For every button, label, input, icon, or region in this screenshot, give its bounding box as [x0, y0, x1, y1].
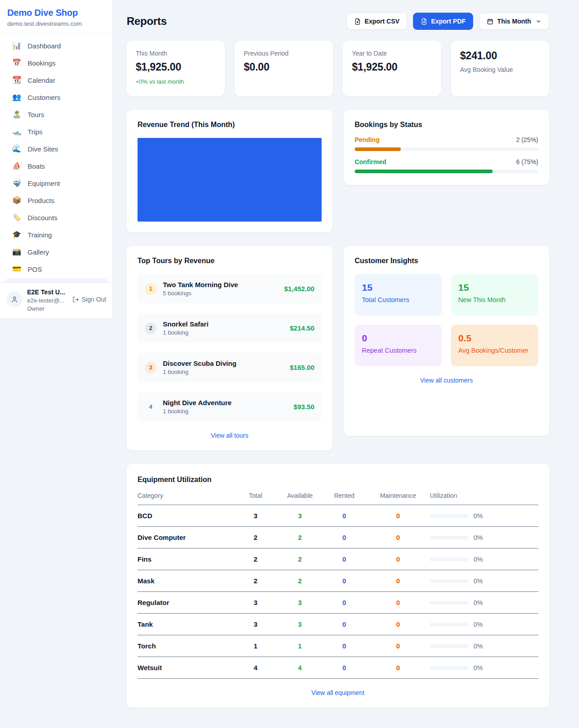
- sidebar-item-calendar[interactable]: 📆 Calendar: [0, 71, 113, 89]
- calendar-icon: 📆: [12, 76, 21, 84]
- sign-out-button[interactable]: Sign Out: [72, 296, 106, 303]
- tour-name: Night Dive Adventure: [163, 399, 287, 407]
- sidebar-item-trips[interactable]: 🛥️ Trips: [0, 123, 113, 140]
- view-all-equipment-link[interactable]: View all equipment: [311, 689, 364, 696]
- status-count: 6 (75%): [516, 158, 538, 165]
- user-panel: E2E Test U... e2e-tester@... Owner Sign …: [0, 283, 113, 318]
- sidebar-item-label: Dive Sites: [28, 145, 58, 153]
- sidebar-item-training[interactable]: 🎓 Training: [0, 226, 113, 243]
- stat-card-previous-period: Previous Period $0.00: [235, 41, 333, 96]
- stat-card-avg-booking-value: $241.00 Avg Booking Value: [451, 41, 549, 96]
- brand-title[interactable]: Demo Dive Shop: [7, 8, 105, 18]
- sidebar-item-label: Equipment: [28, 180, 60, 187]
- rank-badge: 4: [145, 401, 157, 413]
- sidebar-item-label: Discounts: [28, 214, 57, 222]
- tour-bookings: 1 booking: [163, 408, 287, 415]
- equipment-maintenance: 0: [366, 577, 430, 585]
- equipment-available: 2: [278, 534, 322, 541]
- stat-value: $0.00: [244, 61, 324, 73]
- table-row: BCD 3 3 0 0 0%: [138, 505, 538, 527]
- equipment-category: Tank: [138, 620, 233, 628]
- sidebar-item-equipment[interactable]: 🤿 Equipment: [0, 175, 113, 192]
- status-label: Confirmed: [355, 158, 386, 165]
- sidebar-item-dive-sites[interactable]: 🌊 Dive Sites: [0, 140, 113, 157]
- tile-label: Repeat Customers: [362, 347, 435, 354]
- column-header-total: Total: [233, 492, 278, 499]
- view-all-customers-link[interactable]: View all customers: [420, 377, 473, 384]
- utilization-percent: 0%: [474, 577, 483, 585]
- utilization-bar: [430, 558, 468, 561]
- table-row: Dive Computer 2 2 0 0 0%: [138, 527, 538, 548]
- equipment-maintenance: 0: [366, 620, 430, 628]
- equipment-available: 3: [278, 512, 322, 520]
- stat-label: This Month: [136, 50, 216, 57]
- user-meta: E2E Test U... e2e-tester@... Owner: [27, 288, 65, 312]
- sidebar-item-label: Calendar: [28, 76, 55, 84]
- status-line: Confirmed 6 (75%): [355, 158, 538, 165]
- stat-label: Previous Period: [244, 50, 324, 57]
- customers-icon: 👥: [12, 94, 21, 101]
- table-row: Tank 3 3 0 0 0%: [138, 614, 538, 635]
- equipment-maintenance: 0: [366, 599, 430, 606]
- sidebar-item-gallery[interactable]: 📸 Gallery: [0, 243, 113, 260]
- rank-badge: 1: [145, 283, 157, 295]
- utilization-bar: [430, 601, 468, 605]
- tour-name: Two Tank Morning Dive: [163, 281, 278, 288]
- header-actions: Export CSV Export PDF This Month: [346, 13, 549, 30]
- export-csv-button[interactable]: Export CSV: [346, 13, 407, 30]
- tile-value: 0.5: [458, 333, 531, 344]
- equipment-rented: 0: [322, 620, 366, 628]
- stat-card-this-month: This Month $1,925.00 +0% vs last month: [127, 41, 225, 96]
- sidebar-item-label: Products: [28, 197, 54, 204]
- graduation-cap-icon: 🎓: [12, 231, 21, 238]
- sidebar-item-bookings[interactable]: 📅 Bookings: [0, 54, 113, 71]
- column-header-rented: Rented: [322, 492, 366, 499]
- utilization-bar: [430, 514, 468, 518]
- stat-label: Year to Date: [352, 50, 432, 57]
- sidebar-item-tours[interactable]: 🏝️ Tours: [0, 106, 113, 123]
- chevron-down-icon: [536, 19, 541, 24]
- equipment-maintenance: 0: [366, 642, 430, 650]
- sidebar-item-products[interactable]: 📦 Products: [0, 192, 113, 209]
- charts-row: Revenue Trend (This Month) Bookings by S…: [127, 110, 549, 232]
- tour-amount: $214.50: [290, 324, 314, 332]
- equipment-category: Mask: [138, 577, 233, 585]
- sidebar-item-boats[interactable]: ⛵ Boats: [0, 157, 113, 175]
- sidebar-item-discounts[interactable]: 🏷️ Discounts: [0, 209, 113, 226]
- tile-new-this-month: 15 New This Month: [451, 274, 538, 316]
- stat-label: Avg Booking Value: [460, 66, 540, 73]
- utilization-percent: 0%: [474, 512, 483, 520]
- tile-value: 0: [362, 333, 435, 344]
- sidebar-item-dashboard[interactable]: 📊 Dashboard: [0, 37, 113, 54]
- tour-row: 4 Night Dive Adventure 1 booking $93.50: [138, 392, 322, 421]
- view-all-tours-link[interactable]: View all tours: [211, 432, 248, 439]
- user-email: e2e-tester@...: [27, 297, 65, 304]
- sidebar-item-reports-partial[interactable]: [5, 279, 108, 283]
- sidebar-item-label: Tours: [28, 111, 44, 118]
- export-pdf-button[interactable]: Export PDF: [413, 13, 473, 30]
- utilization-bar: [430, 579, 468, 583]
- progress-track: [355, 170, 538, 173]
- stat-cards: This Month $1,925.00 +0% vs last month P…: [127, 41, 549, 96]
- sidebar-item-label: Training: [28, 231, 52, 239]
- sidebar-item-pos[interactable]: 💳 POS: [0, 260, 113, 278]
- progress-fill: [355, 147, 401, 151]
- equipment-maintenance: 0: [366, 555, 430, 563]
- progress-fill: [355, 170, 493, 173]
- period-dropdown[interactable]: This Month: [479, 13, 549, 30]
- camera-icon: 📸: [12, 248, 21, 255]
- bookings-by-status-title: Bookings by Status: [355, 121, 538, 129]
- sidebar-item-customers[interactable]: 👥 Customers: [0, 89, 113, 106]
- status-count: 2 (25%): [516, 136, 538, 143]
- island-icon: 🏝️: [12, 111, 21, 118]
- equipment-utilization-title: Equipment Utilization: [138, 476, 538, 484]
- export-csv-label: Export CSV: [365, 18, 399, 25]
- equipment-available: 2: [278, 555, 322, 563]
- column-header-available: Available: [278, 492, 322, 499]
- table-header: Category Total Available Rented Maintena…: [138, 492, 538, 505]
- tour-bookings: 5 bookings: [163, 290, 278, 297]
- tile-repeat-customers: 0 Repeat Customers: [355, 325, 442, 366]
- tour-info: Night Dive Adventure 1 booking: [163, 399, 287, 415]
- view-all-customers-wrap: View all customers: [355, 376, 538, 384]
- stat-value: $241.00: [460, 50, 540, 62]
